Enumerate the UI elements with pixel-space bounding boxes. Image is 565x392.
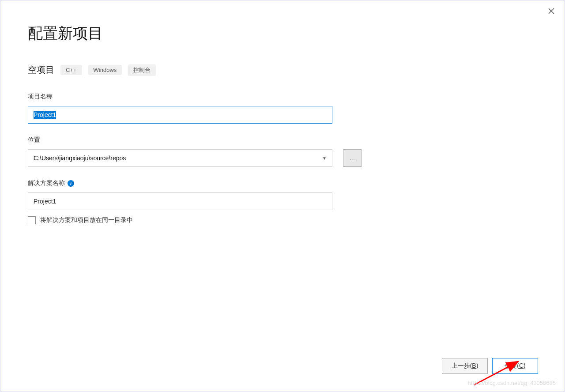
back-button[interactable]: 上一步(B) xyxy=(442,358,488,374)
tag-console: 控制台 xyxy=(128,64,156,76)
close-button[interactable] xyxy=(546,6,557,16)
watermark: https://blog.csdn.net/qq_43058685 xyxy=(468,380,556,386)
tag-cpp: C++ xyxy=(60,65,82,75)
chevron-down-icon: ▼ xyxy=(322,156,327,161)
location-select[interactable]: C:\Users\jiangxiaoju\source\repos ▼ xyxy=(28,149,332,167)
same-directory-checkbox[interactable] xyxy=(28,216,36,224)
create-button[interactable]: 创建(C) xyxy=(492,358,538,374)
project-name-value: Project1 xyxy=(34,111,56,119)
solution-name-label: 解决方案名称 xyxy=(28,179,65,187)
project-type-name: 空项目 xyxy=(28,64,54,76)
location-label: 位置 xyxy=(28,136,537,144)
solution-name-input[interactable] xyxy=(28,192,332,210)
page-title: 配置新项目 xyxy=(28,23,537,44)
info-icon[interactable]: i xyxy=(68,180,74,187)
location-value: C:\Users\jiangxiaoju\source\repos xyxy=(34,155,126,162)
browse-button[interactable]: ... xyxy=(343,149,362,167)
same-directory-label: 将解决方案和项目放在同一目录中 xyxy=(40,216,133,224)
project-name-input[interactable]: Project1 xyxy=(28,106,332,124)
project-type-row: 空项目 C++ Windows 控制台 xyxy=(28,64,537,76)
project-name-label: 项目名称 xyxy=(28,93,537,101)
tag-windows: Windows xyxy=(88,65,122,75)
close-icon xyxy=(548,8,554,14)
